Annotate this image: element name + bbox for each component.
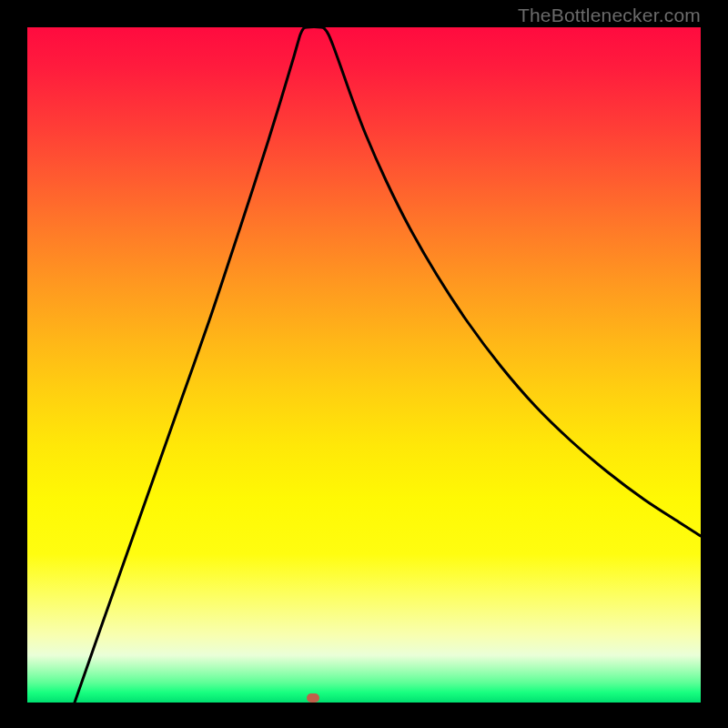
plot-area <box>27 27 701 703</box>
optimum-marker <box>307 693 319 703</box>
bottleneck-curve <box>27 27 701 703</box>
chart-frame: TheBottlenecker.com <box>0 0 728 728</box>
brand-watermark: TheBottlenecker.com <box>518 5 701 26</box>
